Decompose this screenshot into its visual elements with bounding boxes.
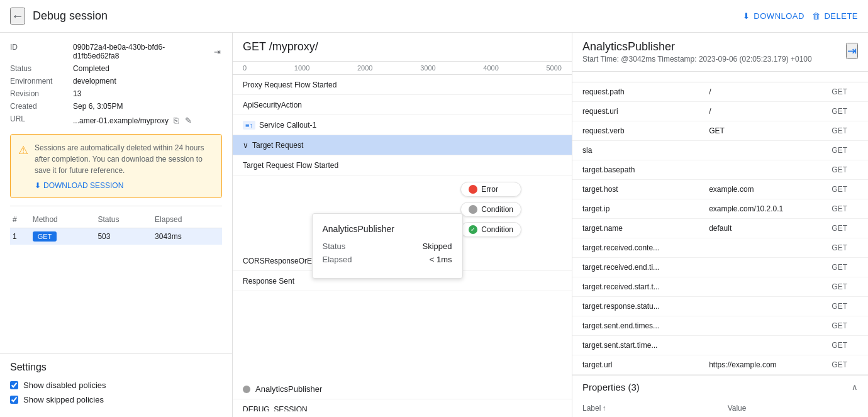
timeline-content: Proxy Request Flow Started ApiSecurityAc… [233,75,572,411]
expand-right-button[interactable]: ⇥ [846,43,858,59]
settings-options: Show disabled policies Show skipped poli… [10,381,222,404]
left-content: ID 090b72a4-be0a-430b-bfd6-d1fb5ed62fa8 … [0,33,232,353]
properties-row[interactable]: target.received.conte... GET [572,238,868,258]
properties-row[interactable]: target.received.start.t... GET [572,277,868,297]
sort-label-icon[interactable]: Label ↑ [582,404,606,413]
properties-row[interactable]: target.ip example.com/10.2.0.1 GET [572,199,868,219]
properties-row[interactable]: target.host example.com GET [572,180,868,199]
analytics-card-status-row: Status Skipped [323,242,452,251]
prop-name: target.basepath [572,160,699,180]
settings-option[interactable]: Show disabled policies [10,381,222,390]
prop-value [699,238,821,258]
response-sent-label: Response Sent [243,277,294,286]
right-content: request.path / GET request.uri / GET req… [572,72,868,417]
right-header: AnalyticsPublisher Start Time: @3042ms T… [572,33,868,72]
condition-gray-label: Condition [481,205,513,214]
api-security-label: ApiSecurityAction [243,101,302,109]
delete-button[interactable]: 🗑 DELETE [812,11,858,21]
flow-item-service-callout[interactable]: ≡↑ Service Callout-1 [233,115,572,135]
sort-arrow-icon: ↑ [602,404,606,413]
flow-item-target-request[interactable]: ∨ Target Request [233,135,572,155]
flow-item-api-security[interactable]: ApiSecurityAction [233,95,572,115]
settings-checkbox[interactable] [10,381,18,389]
prop-value [699,277,821,297]
id-value: 090b72a4-be0a-430b-bfd6-d1fb5ed62fa8 [73,43,209,60]
meta-row-revision: Revision 13 [10,89,222,98]
properties-row[interactable]: target.response.statu... GET [572,297,868,316]
header: ← Debug session ⬇ DOWNLOAD 🗑 DELETE [0,0,868,33]
prop-name: target.received.conte... [572,238,699,258]
flow-item-debug-session[interactable]: DEBUG_SESSION [233,399,572,411]
environment-value: development [73,77,116,86]
props-header[interactable]: Properties (3) ∧ [572,375,868,399]
status-value: Completed [73,64,109,73]
properties-row[interactable]: target.name default GET [572,219,868,238]
settings-checkbox[interactable] [10,396,18,404]
prop-value: example.com [699,180,821,199]
props-col-label[interactable]: Label ↑ [572,399,718,417]
properties-row[interactable]: request.verb GET GET [572,121,868,141]
prop-value: / [699,82,821,102]
divider [10,206,222,206]
properties-row[interactable]: target.received.end.ti... GET [572,258,868,277]
collapse-props-icon: ∧ [852,382,858,392]
prop-value: https://example.com [699,355,821,375]
table-header: # Method Status Elapsed [10,211,222,228]
warning-box: ⚠ Sessions are automatically deleted wit… [10,134,222,198]
analytics-card-title: AnalyticsPublisher [323,224,452,234]
copy-url-button[interactable]: ⎘ [172,114,180,126]
properties-row[interactable]: request.path / GET [572,82,868,102]
col-method: Method [30,211,96,228]
prop-type: GET [821,336,868,355]
prop-name: request.path [572,82,699,102]
prop-value: default [699,219,821,238]
prop-type: GET [821,297,868,316]
properties-section: Properties (3) ∧ Label ↑ Value [572,375,868,417]
prop-name: sla [572,141,699,160]
warning-text: Sessions are automatically deleted withi… [35,142,214,176]
properties-row[interactable]: target.basepath GET [572,160,868,180]
analytics-publisher-dimmed[interactable]: AnalyticsPublisher [233,379,572,399]
settings-option-label: Show skipped policies [23,395,104,404]
meta-table: ID 090b72a4-be0a-430b-bfd6-d1fb5ed62fa8 … [10,43,222,126]
properties-row[interactable]: target.sent.end.times... GET [572,316,868,336]
prop-type: GET [821,355,868,375]
prop-value [699,258,821,277]
prop-name: request.uri [572,102,699,121]
collapse-id-button[interactable]: ⇥ [213,46,222,58]
row-num: 1 [10,228,30,245]
edit-url-button[interactable]: ✎ [184,114,193,126]
props-col-value: Value [718,399,868,417]
settings-option[interactable]: Show skipped policies [10,395,222,404]
table-row[interactable]: 1 GET 503 3043ms [10,228,222,245]
download-session-link[interactable]: ⬇ DOWNLOAD SESSION [35,181,214,190]
prop-value [699,141,821,160]
condition-green-pill[interactable]: ✓ Condition [460,222,521,237]
row-status: 503 [95,228,152,245]
properties-row[interactable]: target.url https://example.com GET [572,355,868,375]
prop-name: target.url [572,355,699,375]
condition-green-icon: ✓ [469,225,477,234]
props-section-title: Properties (3) [582,382,640,392]
properties-row[interactable]: request.uri / GET [572,102,868,121]
error-pill[interactable]: Error [460,182,521,197]
prop-type: GET [821,219,868,238]
prop-name: target.name [572,219,699,238]
prop-type: GET [821,141,868,160]
download-button[interactable]: ⬇ DOWNLOAD [743,11,804,21]
middle-header: GET /myproxy/ [233,33,572,62]
properties-row[interactable]: sla GET [572,141,868,160]
flow-item-target-request-flow[interactable]: Target Request Flow Started [233,155,572,175]
back-button[interactable]: ← [10,8,25,25]
prop-col-name [572,72,699,82]
condition-gray-pill[interactable]: Condition [460,202,521,217]
properties-row[interactable]: target.sent.start.time... GET [572,336,868,355]
prop-col-type [821,72,868,82]
prop-name: target.host [572,180,699,199]
analytics-publisher-card: AnalyticsPublisher Status Skipped Elapse… [312,213,463,279]
prop-name: target.received.start.t... [572,277,699,297]
main-content: ID 090b72a4-be0a-430b-bfd6-d1fb5ed62fa8 … [0,33,868,417]
flow-item-proxy-request[interactable]: Proxy Request Flow Started [233,75,572,95]
timeline-ruler-top: 0 1000 2000 3000 4000 5000 [233,62,572,75]
settings-title: Settings [10,362,222,373]
